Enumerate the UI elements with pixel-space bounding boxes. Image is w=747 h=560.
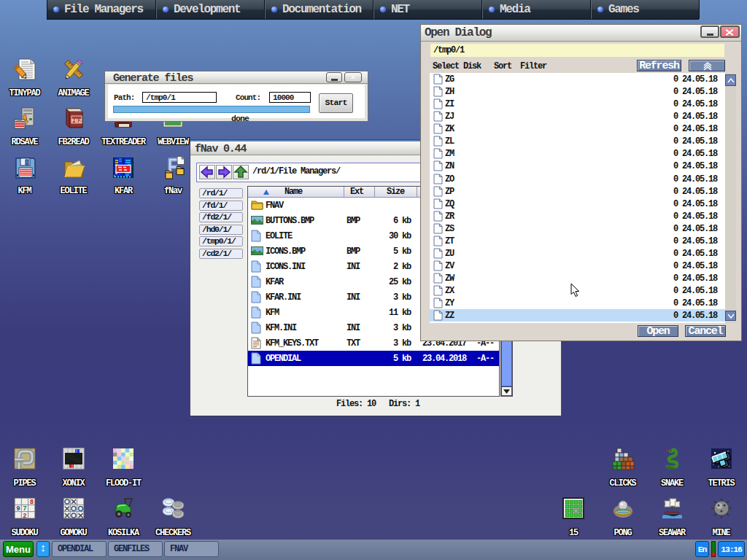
svg-text:2: 2 (23, 513, 26, 520)
svg-text:9: 9 (16, 505, 20, 513)
svg-text:FB2: FB2 (71, 117, 82, 124)
svg-text:8: 8 (29, 499, 33, 506)
